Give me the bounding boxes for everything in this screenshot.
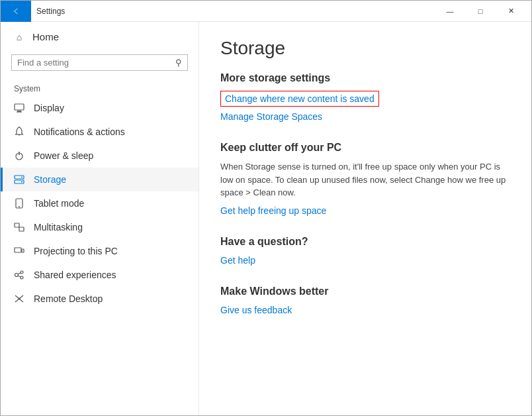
sidebar-item-storage[interactable]: Storage bbox=[1, 168, 199, 191]
maximize-button[interactable]: □ bbox=[465, 1, 496, 22]
svg-rect-14 bbox=[19, 227, 24, 231]
svg-marker-0 bbox=[14, 9, 18, 14]
power-icon bbox=[14, 150, 24, 161]
section-title-more-storage: More storage settings bbox=[220, 72, 510, 84]
svg-point-12 bbox=[19, 206, 20, 207]
search-icon: ⚲ bbox=[175, 58, 182, 68]
svg-point-18 bbox=[15, 274, 19, 277]
section-keep-clutter: Keep clutter off your PC When Storage se… bbox=[220, 142, 510, 220]
section-make-better: Make Windows better Give us feedback bbox=[220, 286, 510, 319]
sidebar-item-projecting[interactable]: Projecting to this PC bbox=[1, 239, 199, 263]
minimize-button[interactable]: — bbox=[435, 1, 465, 22]
svg-point-27 bbox=[19, 298, 21, 300]
sidebar: ⌂ Home ⚲ System Display bbox=[1, 22, 199, 415]
get-help-link[interactable]: Get help bbox=[220, 255, 255, 266]
sidebar-home[interactable]: ⌂ Home bbox=[1, 22, 199, 52]
page-title: Storage bbox=[220, 38, 510, 59]
home-icon: ⌂ bbox=[14, 32, 24, 42]
svg-rect-2 bbox=[17, 111, 21, 112]
svg-point-10 bbox=[21, 182, 22, 183]
sidebar-item-tablet[interactable]: Tablet mode bbox=[1, 191, 199, 215]
display-icon bbox=[14, 103, 24, 113]
section-more-storage: More storage settings Change where new c… bbox=[220, 72, 510, 126]
sidebar-item-display[interactable]: Display bbox=[1, 96, 199, 120]
sidebar-item-label-multitasking: Multitasking bbox=[34, 222, 83, 233]
svg-rect-15 bbox=[15, 248, 21, 252]
multitasking-icon bbox=[14, 222, 24, 233]
change-content-link[interactable]: Change where new content is saved bbox=[220, 91, 379, 107]
svg-rect-16 bbox=[22, 249, 24, 252]
section-title-make-better: Make Windows better bbox=[220, 286, 510, 297]
home-label: Home bbox=[32, 31, 59, 42]
section-title-keep-clutter: Keep clutter off your PC bbox=[220, 142, 510, 154]
back-button[interactable] bbox=[1, 1, 31, 22]
projecting-icon bbox=[14, 246, 24, 256]
storage-icon bbox=[14, 174, 24, 185]
window-title: Settings bbox=[36, 7, 435, 16]
svg-line-22 bbox=[18, 276, 21, 277]
sidebar-section-label: System bbox=[1, 79, 199, 96]
sidebar-item-notifications[interactable]: Notifications & actions bbox=[1, 120, 199, 144]
get-help-space-link[interactable]: Get help freeing up space bbox=[220, 205, 326, 216]
sidebar-item-shared[interactable]: Shared experiences bbox=[1, 263, 199, 287]
sidebar-item-label-tablet: Tablet mode bbox=[34, 198, 84, 209]
remote-icon bbox=[14, 293, 24, 304]
tablet-icon bbox=[14, 198, 24, 209]
svg-point-20 bbox=[21, 276, 23, 279]
content-area: ⌂ Home ⚲ System Display bbox=[1, 22, 531, 415]
svg-point-19 bbox=[21, 271, 23, 274]
sidebar-item-label-notifications: Notifications & actions bbox=[34, 127, 125, 137]
sidebar-item-power[interactable]: Power & sleep bbox=[1, 144, 199, 168]
sidebar-item-label-projecting: Projecting to this PC bbox=[34, 246, 118, 256]
settings-window: Settings — □ ✕ ⌂ Home ⚲ System bbox=[0, 0, 532, 416]
window-controls: — □ ✕ bbox=[435, 1, 526, 22]
sidebar-item-label-remote: Remote Desktop bbox=[34, 293, 103, 304]
close-button[interactable]: ✕ bbox=[496, 1, 526, 22]
section-title-have-question: Have a question? bbox=[220, 236, 510, 248]
titlebar: Settings — □ ✕ bbox=[1, 1, 531, 22]
shared-icon bbox=[14, 270, 24, 280]
feedback-link[interactable]: Give us feedback bbox=[220, 305, 292, 315]
sidebar-item-multitasking[interactable]: Multitasking bbox=[1, 215, 199, 239]
svg-rect-13 bbox=[15, 223, 19, 227]
keep-clutter-text: When Storage sense is turned on, it'll f… bbox=[220, 160, 510, 199]
sidebar-item-remote[interactable]: Remote Desktop bbox=[1, 287, 199, 311]
svg-point-9 bbox=[21, 177, 22, 178]
section-have-question: Have a question? Get help bbox=[220, 236, 510, 270]
svg-line-21 bbox=[18, 273, 21, 274]
notifications-icon bbox=[14, 127, 24, 137]
sidebar-item-label-display: Display bbox=[34, 103, 64, 113]
main-content: Storage More storage settings Change whe… bbox=[199, 22, 531, 415]
search-box: ⚲ bbox=[11, 54, 188, 71]
sidebar-item-label-storage: Storage bbox=[34, 174, 66, 185]
svg-rect-1 bbox=[15, 104, 24, 110]
sidebar-item-label-shared: Shared experiences bbox=[34, 270, 116, 280]
search-input[interactable] bbox=[17, 58, 175, 68]
manage-spaces-link[interactable]: Manage Storage Spaces bbox=[220, 111, 322, 122]
sidebar-item-label-power: Power & sleep bbox=[34, 150, 93, 161]
